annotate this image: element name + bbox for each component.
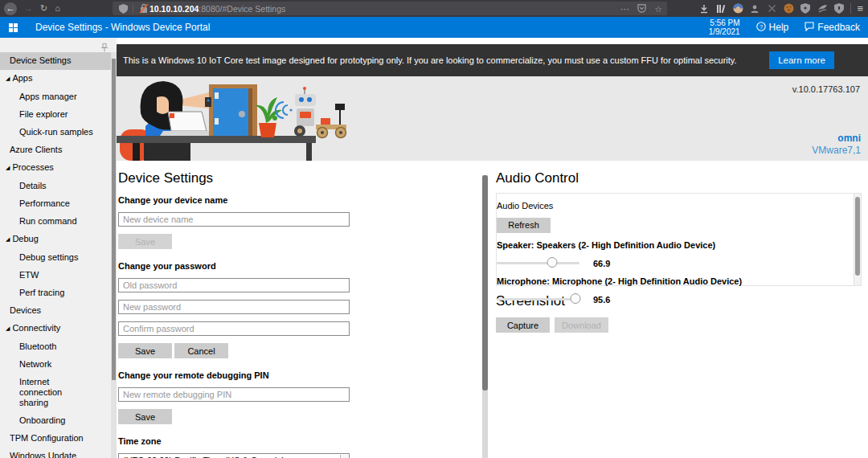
device-name-input[interactable] [118, 212, 350, 227]
sidebar-item-run-command[interactable]: Run command [0, 213, 117, 231]
sidebar-item-details[interactable]: Details [0, 178, 117, 195]
sidebar-scrollbar[interactable] [111, 52, 117, 458]
clock-time: 5:56 PM [709, 18, 740, 27]
new-password-input[interactable] [118, 300, 350, 314]
portal-title: Device Settings - Windows Device Portal [35, 22, 210, 33]
feedback-icon [805, 22, 814, 34]
sidebar-item-debug[interactable]: Debug [0, 231, 117, 249]
banner-text: This is a Windows 10 IoT Core test image… [123, 55, 737, 65]
device-name: omni [812, 133, 861, 145]
sidebar-item-etw[interactable]: ETW [0, 267, 117, 284]
extension-disabled-icon[interactable] [766, 3, 777, 14]
sidebar-item-apps[interactable]: Apps [0, 70, 117, 88]
iot-illustration [117, 76, 494, 161]
bookmark-star-icon[interactable]: ☆ [655, 4, 662, 14]
save-password-button[interactable]: Save [118, 343, 172, 358]
save-device-name-button[interactable]: Save [118, 234, 172, 249]
sidebar-item-device-settings[interactable]: Device Settings [0, 52, 117, 70]
audio-devices-panel: Audio Devices Refresh Speaker: Speakers … [496, 193, 862, 286]
device-settings-heading: Device Settings [118, 170, 482, 186]
speaker-volume-slider[interactable] [497, 262, 579, 264]
sidebar-item-internet-connection-sharing[interactable]: Internet connection sharing [0, 374, 95, 412]
sidebar-item-apps-manager[interactable]: Apps manager [0, 88, 117, 106]
sidebar-item-bluetooth[interactable]: Bluetooth [0, 338, 117, 356]
hero-banner: v.10.0.17763.107 omni VMware7,1 [117, 76, 868, 161]
sidebar-scrollbar-thumb[interactable] [112, 59, 116, 380]
confirm-password-input[interactable] [118, 321, 350, 336]
sidebar-item-perf-tracing[interactable]: Perf tracing [0, 284, 117, 302]
device-settings-scrollbar[interactable] [482, 175, 488, 458]
extension-cookie-icon[interactable] [783, 3, 794, 14]
extension-shield2-icon[interactable] [833, 3, 845, 14]
feedback-link[interactable]: Feedback [805, 22, 860, 34]
sidebar-nav: Device Settings Apps Apps manager File e… [0, 38, 117, 458]
extension-shield-icon[interactable] [800, 3, 811, 14]
insecure-lock-icon[interactable] [138, 3, 149, 14]
downloads-icon[interactable] [698, 3, 710, 14]
extension-proxy-icon[interactable] [732, 3, 743, 14]
portal-header: Device Settings - Windows Device Portal … [0, 17, 868, 38]
debug-pin-input[interactable] [118, 387, 350, 402]
sidebar-item-debug-settings[interactable]: Debug settings [0, 249, 117, 267]
password-label: Change your password [118, 261, 482, 271]
select-dropdown-arrow-icon: ▴▾ [340, 455, 348, 458]
audio-control-heading: Audio Control [496, 170, 868, 186]
sidebar-item-onboarding[interactable]: Onboarding [0, 412, 117, 430]
device-model: VMware7,1 [812, 145, 861, 157]
shield-icon[interactable] [117, 3, 129, 14]
sidebar-item-connectivity[interactable]: Connectivity [0, 320, 117, 338]
browser-nav-buttons: ← → ↻ ⌂ [4, 2, 60, 15]
old-password-input[interactable] [118, 278, 350, 292]
microphone-slider-handle[interactable] [571, 293, 581, 304]
debug-pin-label: Change your remote debugging PIN [118, 370, 482, 380]
extension-account-icon[interactable] [749, 3, 760, 14]
page-actions-icon[interactable]: ⋯ [620, 4, 629, 14]
device-settings-scrollbar-thumb[interactable] [482, 175, 488, 391]
iot-test-image-banner: This is a Windows 10 IoT Core test image… [117, 44, 868, 76]
sidebar-item-windows-update[interactable]: Windows Update [0, 448, 117, 458]
sidebar-item-quick-run-samples[interactable]: Quick-run samples [0, 124, 117, 141]
forward-button[interactable]: → [24, 4, 33, 13]
download-button[interactable]: Download [555, 317, 608, 333]
microphone-volume-slider[interactable] [497, 298, 579, 301]
url-bar[interactable]: 10.10.10.204:8080/#Device Settings ⋯ ☆ [113, 2, 667, 15]
clock-display: 5:56 PM 1/9/2021 [709, 18, 740, 36]
microphone-label: Microphone: Microphone (2- High Definiti… [497, 276, 861, 286]
library-icon[interactable] [715, 3, 727, 14]
windows-logo-icon [9, 23, 18, 32]
audio-panel-scrollbar-thumb[interactable] [855, 197, 860, 276]
cancel-password-button[interactable]: Cancel [174, 343, 228, 358]
help-link[interactable]: ? Help [756, 22, 789, 34]
speaker-slider-handle[interactable] [547, 257, 557, 268]
timezone-label: Time zone [118, 436, 482, 446]
sidebar-item-file-explorer[interactable]: File explorer [0, 106, 117, 124]
os-version: v.10.0.17763.107 [792, 84, 860, 94]
svg-text:?: ? [760, 22, 763, 30]
timezone-select[interactable]: (UTC-08:00) Pacific Time (US & Canada) ▴… [118, 453, 350, 458]
learn-more-button[interactable]: Learn more [769, 51, 834, 69]
reload-button[interactable]: ↻ [40, 4, 47, 13]
pin-sidebar-icon[interactable] [100, 41, 108, 55]
browser-toolbar: ← → ↻ ⌂ 10.10.10.204:8080/#Device Settin… [0, 0, 868, 17]
speaker-label: Speaker: Speakers (2- High Definition Au… [497, 240, 861, 250]
microphone-volume-value: 95.6 [593, 295, 610, 305]
url-path: :8080/#Device Settings [199, 4, 285, 14]
toolbar-extensions: ≡ [698, 0, 863, 17]
device-settings-panel: Device Settings Change your device name … [117, 161, 482, 458]
save-pin-button[interactable]: Save [118, 409, 172, 424]
refresh-audio-button[interactable]: Refresh [497, 218, 551, 233]
back-button[interactable]: ← [4, 2, 17, 15]
help-icon: ? [756, 22, 766, 34]
home-button[interactable]: ⌂ [55, 4, 60, 13]
pocket-icon[interactable] [637, 3, 648, 14]
audio-panel-scrollbar[interactable] [854, 194, 861, 285]
menu-hamburger-icon[interactable]: ≡ [857, 3, 863, 14]
sidebar-item-processes[interactable]: Processes [0, 159, 117, 178]
sidebar-item-network[interactable]: Network [0, 356, 117, 374]
extension-wind-icon[interactable] [817, 3, 828, 14]
sidebar-item-devices[interactable]: Devices [0, 302, 117, 320]
sidebar-item-performance[interactable]: Performance [0, 195, 117, 213]
sidebar-item-tpm-configuration[interactable]: TPM Configuration [0, 430, 117, 448]
capture-button[interactable]: Capture [496, 317, 550, 333]
sidebar-item-azure-clients[interactable]: Azure Clients [0, 141, 117, 159]
